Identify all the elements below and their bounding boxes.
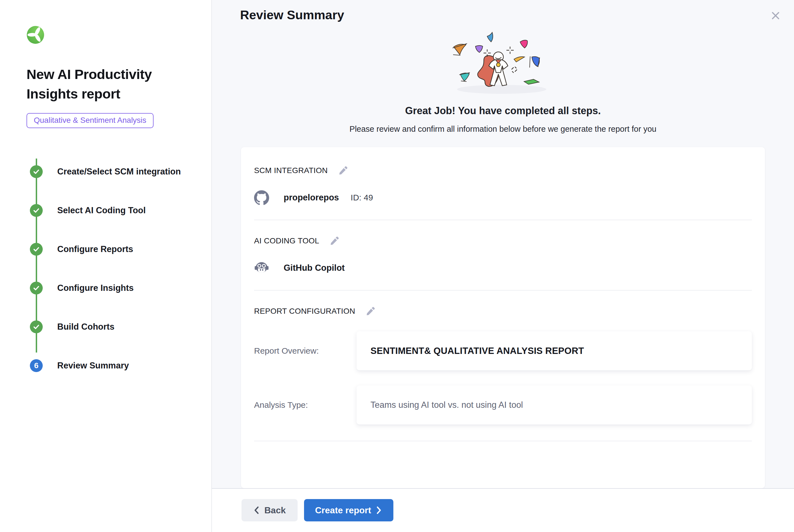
- step-build-cohorts[interactable]: Build Cohorts: [30, 307, 200, 346]
- report-configuration-label: REPORT CONFIGURATION: [254, 307, 355, 316]
- chevron-right-icon: [376, 506, 382, 514]
- edit-ai-tool-pencil-icon[interactable]: [330, 236, 340, 246]
- panel-header: Review Summary: [212, 0, 794, 22]
- ai-coding-tool-label: AI CODING TOOL: [254, 236, 319, 245]
- wizard-stepper: Create/Select SCM integration Select AI …: [30, 152, 200, 385]
- edit-report-config-pencil-icon[interactable]: [366, 306, 376, 316]
- wizard-type-badge: Qualitative & Sentiment Analysis: [26, 113, 154, 128]
- step-create-select-scm[interactable]: Create/Select SCM integration: [30, 152, 200, 191]
- chevron-left-icon: [253, 506, 260, 514]
- edit-scm-pencil-icon[interactable]: [338, 166, 348, 175]
- ai-coding-tool-section: AI CODING TOOL: [254, 220, 752, 290]
- analysis-type-row: Analysis Type: Teams using AI tool vs. n…: [254, 385, 752, 424]
- create-report-button[interactable]: Create report: [304, 499, 394, 521]
- report-configuration-section: REPORT CONFIGURATION Report Overview: SE…: [254, 290, 752, 441]
- step-label: Select AI Coding Tool: [57, 205, 146, 215]
- wizard-footer: Back Create report: [212, 488, 794, 532]
- step-done-check-icon: [30, 282, 43, 294]
- step-review-summary[interactable]: 6 Review Summary: [30, 346, 200, 385]
- wizard-title: New AI Productivity Insights report: [26, 65, 172, 103]
- scm-integration-label: SCM INTEGRATION: [254, 166, 328, 175]
- report-overview-row: Report Overview: SENTIMENT& QUALITATIVE …: [254, 331, 752, 370]
- step-configure-insights[interactable]: Configure Insights: [30, 268, 200, 307]
- step-done-check-icon: [30, 165, 43, 178]
- step-label: Build Cohorts: [57, 322, 114, 332]
- analysis-type-value: Teams using AI tool vs. not using AI too…: [357, 385, 752, 424]
- step-select-ai-coding-tool[interactable]: Select AI Coding Tool: [30, 191, 200, 230]
- step-number-badge: 6: [30, 359, 43, 372]
- congrats-block: Great Job! You have completed all steps.…: [212, 22, 794, 134]
- step-label: Create/Select SCM integration: [57, 167, 181, 177]
- scm-integration-id: ID: 49: [351, 193, 373, 202]
- copilot-icon: [254, 261, 269, 276]
- report-overview-value: SENTIMENT& QUALITATIVE ANALYSIS REPORT: [357, 331, 752, 370]
- step-done-check-icon: [30, 204, 43, 217]
- congrats-heading: Great Job! You have completed all steps.: [212, 105, 794, 117]
- app-logo-propeller-icon: [26, 26, 44, 44]
- step-done-check-icon: [30, 320, 43, 333]
- step-label: Review Summary: [57, 361, 129, 370]
- step-done-check-icon: [30, 243, 43, 256]
- celebration-hero-illustration: [443, 30, 563, 99]
- scm-integration-name: propelorepos: [284, 193, 339, 203]
- page-title: Review Summary: [240, 8, 765, 22]
- step-configure-reports[interactable]: Configure Reports: [30, 230, 200, 268]
- summary-card: SCM INTEGRATION propelorepos ID: 49: [241, 147, 765, 488]
- back-button[interactable]: Back: [242, 499, 298, 521]
- congrats-subheading: Please review and confirm all informatio…: [212, 125, 794, 134]
- review-summary-panel: Review Summary: [212, 0, 794, 532]
- step-label: Configure Reports: [57, 244, 133, 254]
- section-divider: [254, 441, 752, 441]
- close-icon[interactable]: [770, 10, 782, 22]
- analysis-type-label: Analysis Type:: [254, 400, 357, 410]
- ai-coding-tool-name: GitHub Copilot: [284, 263, 345, 273]
- step-label: Configure Insights: [57, 283, 134, 293]
- report-overview-label: Report Overview:: [254, 346, 357, 356]
- scm-integration-section: SCM INTEGRATION propelorepos ID: 49: [254, 166, 752, 220]
- wizard-sidebar: New AI Productivity Insights report Qual…: [0, 0, 212, 532]
- github-icon: [254, 190, 269, 205]
